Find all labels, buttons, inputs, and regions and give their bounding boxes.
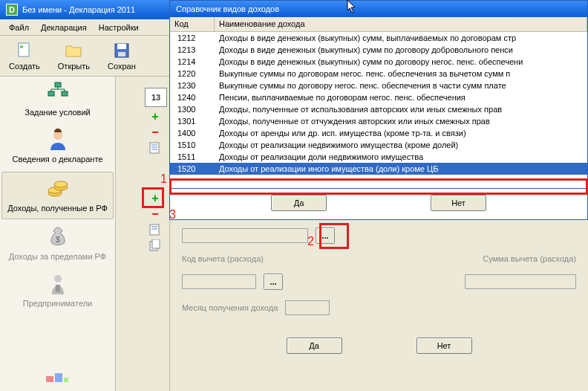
income-reference-dialog: Справочник видов доходов Код Наименовани…	[169, 0, 588, 220]
copy-icon	[149, 239, 161, 251]
dialog-yes-button[interactable]: Да	[271, 195, 327, 211]
grid-row[interactable]: 1214Доходы в виде денежных (выкупных) су…	[170, 56, 587, 68]
misc-bottom-icon	[46, 372, 70, 387]
grid-row[interactable]: 1212Доходы в виде денежных (выкупных) су…	[170, 32, 587, 44]
new-file-icon	[16, 42, 33, 59]
grid-row[interactable]: 1240Пенсии, выплачиваемые по договорам н…	[170, 91, 587, 103]
sidebar-item-label: Сведения о декларанте	[13, 155, 103, 164]
grid-body[interactable]: 1212Доходы в виде денежных (выкупных) су…	[170, 32, 587, 188]
grid-row[interactable]: 1400Доходы от аренды или др. исп. имущес…	[170, 127, 587, 139]
window-title: Без имени - Декларация 2011	[22, 5, 135, 14]
menu-settings[interactable]: Настройки	[93, 21, 145, 34]
copy-income-button[interactable]	[148, 239, 162, 252]
sidebar-item-label: Доходы, полученные в РФ	[7, 204, 108, 213]
save-label: Сохран	[108, 62, 136, 71]
grid-row[interactable]: 1510Доходы от реализации недвижимого иму…	[170, 139, 587, 151]
dialog-title: Справочник видов доходов	[176, 4, 279, 13]
income-code-input[interactable]	[182, 228, 308, 243]
grid-row[interactable]: 1230Выкупные суммы по договору негос. пе…	[170, 80, 587, 91]
sidebar-item-label: Задание условий	[24, 108, 90, 117]
open-label: Открыть	[58, 62, 90, 71]
row-code: 1300	[170, 105, 215, 114]
svg-rect-5	[55, 83, 61, 87]
svg-rect-4	[118, 52, 125, 56]
money-bag-icon: $	[46, 225, 70, 249]
coins-icon	[46, 177, 70, 201]
row-name: Доходы от реализации недвижимого имущест…	[215, 140, 587, 149]
col-code-header[interactable]: Код	[170, 17, 215, 31]
row-name: Доходы в виде денежных (выкупных) сумм п…	[215, 45, 587, 54]
grid-row[interactable]: 1511Доходы от реализации доли недвижимог…	[170, 151, 587, 163]
svg-rect-20	[56, 285, 60, 292]
grid-row[interactable]: 1520Доходы от реализации иного имущества…	[170, 163, 587, 175]
deduction-code-input[interactable]	[182, 274, 256, 289]
menu-file[interactable]: Файл	[3, 21, 35, 34]
cursor-icon	[347, 0, 359, 14]
sidebar-item-conditions[interactable]: Задание условий	[0, 77, 115, 123]
svg-rect-7	[62, 91, 68, 96]
save-button[interactable]: Сохран	[102, 40, 142, 72]
businessman-icon	[46, 272, 70, 296]
row-name: Доходы в виде денежных (выкупных) сумм п…	[215, 57, 587, 66]
conditions-icon	[46, 81, 70, 105]
sidebar-item-declarant[interactable]: Сведения о декларанте	[0, 123, 115, 170]
svg-point-19	[54, 275, 62, 282]
rate-box: 13	[145, 88, 167, 107]
col-name-header[interactable]: Наименование дохода	[215, 17, 587, 31]
month-label: Месяц получения дохода	[182, 303, 278, 312]
form-yes-button[interactable]: Да	[287, 337, 342, 354]
deduction-sum-input[interactable]	[465, 274, 576, 289]
edit-income-button[interactable]	[148, 223, 162, 236]
create-button[interactable]: Создать	[3, 40, 46, 72]
deduction-sum-label: Сумма вычета (расхода)	[483, 254, 576, 263]
row-code: 1213	[170, 45, 215, 54]
svg-point-1	[20, 45, 23, 48]
svg-rect-21	[46, 376, 53, 382]
grid-row[interactable]: 1220Выкупные суммы по договорам негос. п…	[170, 68, 587, 80]
svg-rect-24	[150, 143, 159, 153]
svg-rect-3	[117, 44, 126, 49]
sidebar-item-income-rf[interactable]: Доходы, полученные в РФ	[1, 172, 114, 219]
menu-declaration[interactable]: Декларация	[35, 21, 93, 34]
sidebar-item-income-foreign[interactable]: $ Доходы за пределами РФ	[0, 221, 115, 268]
row-name: Выкупные суммы по договорам негос. пенс.…	[215, 69, 587, 78]
sidebar-item-label: Доходы за пределами РФ	[9, 252, 106, 261]
grid-header: Код Наименование дохода	[170, 17, 587, 32]
form-no-button[interactable]: Нет	[416, 337, 472, 354]
svg-rect-22	[55, 373, 62, 382]
add-income-button[interactable]: +	[148, 192, 162, 205]
row-name: Доходы в виде денежных (выкупных) сумм, …	[215, 33, 587, 42]
svg-rect-32	[152, 239, 160, 248]
add-source-button[interactable]: +	[148, 110, 162, 123]
lookup-deduction-button[interactable]: ...	[264, 274, 283, 290]
row-code: 1230	[170, 81, 215, 90]
svg-text:$: $	[55, 235, 59, 244]
remove-source-button[interactable]: −	[148, 126, 162, 139]
row-name: Доходы от реализации доли недвижимого им…	[215, 152, 587, 161]
dialog-buttons: Да Нет	[170, 188, 587, 216]
svg-point-17	[54, 181, 68, 187]
dialog-no-button[interactable]: Нет	[431, 195, 486, 211]
sidebar-item-entrepreneur[interactable]: Предприниматели	[0, 268, 115, 314]
income-detail-form: ... Код вычета (расхода) Сумма вычета (р…	[169, 220, 588, 391]
minus-icon: −	[151, 126, 158, 139]
open-button[interactable]: Открыть	[52, 40, 96, 72]
row-code: 1220	[170, 69, 215, 78]
grid-row[interactable]: 1301Доходы, полученные от отчуждения авт…	[170, 115, 587, 127]
row-name: Доходы от реализации иного имущества (до…	[215, 164, 587, 173]
sidebar: Задание условий Сведения о декларанте До…	[0, 77, 116, 391]
row-name: Выкупные суммы по договору негос. пенс. …	[215, 81, 587, 90]
plus-icon: +	[151, 110, 158, 123]
minus-icon: −	[151, 207, 158, 221]
edit-source-button[interactable]	[148, 141, 162, 155]
svg-rect-28	[150, 224, 159, 235]
row-code: 1301	[170, 117, 215, 126]
remove-income-button[interactable]: −	[148, 207, 162, 221]
lookup-income-code-button[interactable]: ...	[316, 227, 335, 244]
row-code: 1511	[170, 152, 215, 161]
row-code: 1212	[170, 33, 215, 42]
month-input[interactable]	[285, 300, 330, 315]
sidebar-item-label: Предприниматели	[23, 299, 92, 308]
grid-row[interactable]: 1300Доходы, полученные от использования …	[170, 103, 587, 115]
grid-row[interactable]: 1213Доходы в виде денежных (выкупных) су…	[170, 44, 587, 56]
